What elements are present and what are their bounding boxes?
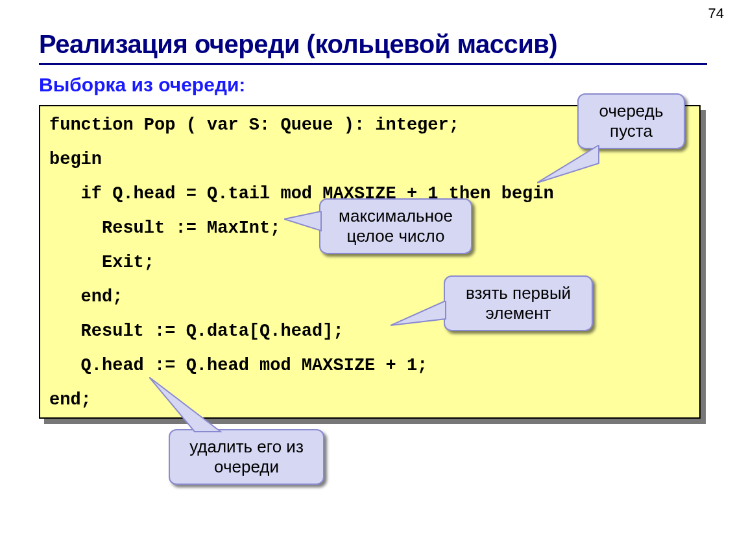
callout-pointer xyxy=(537,145,608,191)
svg-marker-2 xyxy=(391,301,446,325)
slide-title: Реализация очереди (кольцевой массив) xyxy=(39,30,707,59)
code-line: Result := Q.data[Q.head]; xyxy=(49,323,690,340)
callout-delete: удалить его из очереди xyxy=(169,429,324,485)
svg-marker-3 xyxy=(149,377,221,432)
svg-marker-0 xyxy=(537,145,599,183)
callout-line: очередь xyxy=(590,101,672,121)
callout-line: элемент xyxy=(457,303,580,323)
svg-marker-1 xyxy=(284,211,321,231)
code-line: end; xyxy=(49,391,690,409)
callout-pointer xyxy=(284,211,322,237)
slide: 74 Реализация очереди (кольцевой массив)… xyxy=(0,0,746,560)
callout-line: максимальное xyxy=(332,206,459,226)
callout-pointer xyxy=(391,301,446,333)
callout-line: пуста xyxy=(590,121,672,141)
callout-line: очереди xyxy=(182,457,311,477)
code-line: Exit; xyxy=(49,254,690,272)
callout-line: взять первый xyxy=(457,283,580,303)
title-underline xyxy=(39,63,707,65)
slide-subtitle: Выборка из очереди: xyxy=(39,74,707,96)
callout-line: целое число xyxy=(332,226,459,246)
callout-line: удалить его из xyxy=(182,437,311,457)
code-area: function Pop ( var S: Queue ): integer; … xyxy=(39,105,707,419)
callout-maxint: максимальное целое число xyxy=(319,198,472,254)
page-number: 74 xyxy=(708,5,724,22)
callout-queue-empty: очередь пуста xyxy=(577,93,685,149)
callout-pointer xyxy=(149,377,227,433)
code-line: Q.head := Q.head mod MAXSIZE + 1; xyxy=(49,357,690,375)
callout-take-first: взять первый элемент xyxy=(444,275,593,331)
code-line: end; xyxy=(49,288,690,306)
